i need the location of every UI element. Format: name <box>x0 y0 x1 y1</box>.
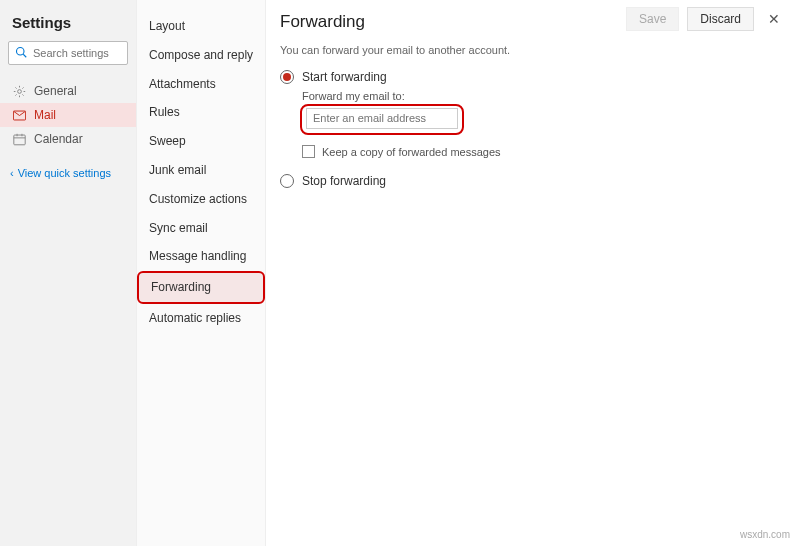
svg-point-2 <box>17 89 21 93</box>
search-icon <box>15 46 27 61</box>
nav-mail[interactable]: Mail <box>0 103 136 127</box>
save-button[interactable]: Save <box>626 7 679 31</box>
nav-calendar[interactable]: Calendar <box>0 127 136 151</box>
mid-item-message-handling[interactable]: Message handling <box>137 242 265 271</box>
header-actions: Save Discard ✕ <box>626 7 786 31</box>
svg-rect-4 <box>13 135 24 145</box>
mid-item-junk[interactable]: Junk email <box>137 156 265 185</box>
main-header: Forwarding Save Discard ✕ <box>280 0 786 44</box>
gear-icon <box>12 85 26 98</box>
keep-copy-label: Keep a copy of forwarded messages <box>322 146 501 158</box>
radio-start-forwarding[interactable] <box>280 70 294 84</box>
settings-sidebar: Settings General Mail Calendar ‹ View qu… <box>0 0 136 546</box>
calendar-icon <box>12 133 26 146</box>
keep-copy-checkbox[interactable] <box>302 145 315 158</box>
start-forwarding-option[interactable]: Start forwarding <box>280 70 786 84</box>
view-quick-settings-label: View quick settings <box>18 167 111 179</box>
svg-line-1 <box>23 54 26 57</box>
nav-mail-label: Mail <box>34 108 56 122</box>
mail-settings-list: Layout Compose and reply Attachments Rul… <box>136 0 266 546</box>
keep-copy-option[interactable]: Keep a copy of forwarded messages <box>302 145 786 158</box>
radio-stop-forwarding[interactable] <box>280 174 294 188</box>
mid-item-attachments[interactable]: Attachments <box>137 70 265 99</box>
nav-general-label: General <box>34 84 77 98</box>
nav-calendar-label: Calendar <box>34 132 83 146</box>
email-input-highlight <box>300 104 464 135</box>
view-quick-settings[interactable]: ‹ View quick settings <box>0 163 136 183</box>
chevron-left-icon: ‹ <box>10 167 14 179</box>
forward-to-label: Forward my email to: <box>302 90 786 102</box>
discard-button[interactable]: Discard <box>687 7 754 31</box>
close-icon: ✕ <box>768 11 780 27</box>
start-forwarding-label: Start forwarding <box>302 70 387 84</box>
mid-item-customize[interactable]: Customize actions <box>137 185 265 214</box>
main-content: Forwarding Save Discard ✕ You can forwar… <box>266 0 800 546</box>
settings-title: Settings <box>0 10 136 41</box>
mid-item-rules[interactable]: Rules <box>137 98 265 127</box>
nav-general[interactable]: General <box>0 79 136 103</box>
mid-item-automatic-replies[interactable]: Automatic replies <box>137 304 265 333</box>
mid-item-forwarding[interactable]: Forwarding <box>137 271 265 304</box>
mid-item-layout[interactable]: Layout <box>137 12 265 41</box>
stop-forwarding-label: Stop forwarding <box>302 174 386 188</box>
mid-item-sync[interactable]: Sync email <box>137 214 265 243</box>
svg-point-0 <box>17 47 25 55</box>
page-title: Forwarding <box>280 6 365 32</box>
mid-item-compose[interactable]: Compose and reply <box>137 41 265 70</box>
mail-icon <box>12 110 26 121</box>
forwarding-description: You can forward your email to another ac… <box>280 44 786 56</box>
watermark: wsxdn.com <box>740 529 790 540</box>
mid-item-sweep[interactable]: Sweep <box>137 127 265 156</box>
stop-forwarding-option[interactable]: Stop forwarding <box>280 174 786 188</box>
forward-email-input[interactable] <box>306 108 458 129</box>
close-button[interactable]: ✕ <box>762 9 786 29</box>
settings-search[interactable] <box>8 41 128 65</box>
